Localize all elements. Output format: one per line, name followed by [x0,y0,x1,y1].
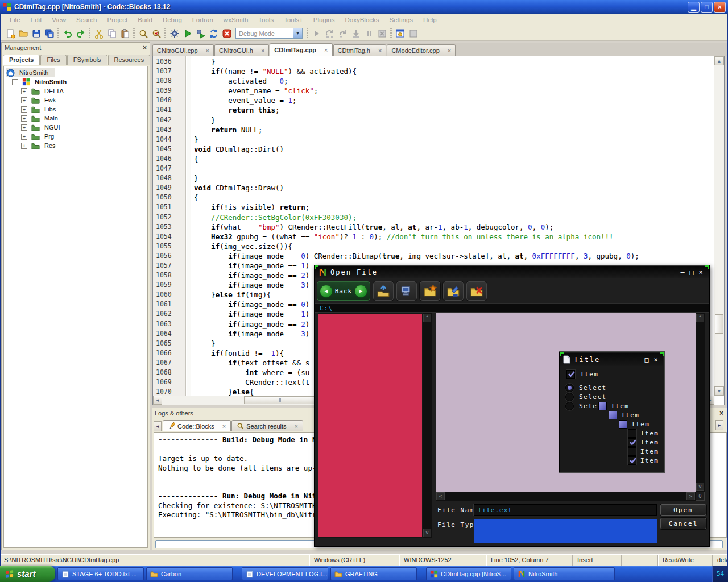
back-button[interactable]: ◀ Back ▶ [317,281,370,301]
square-item-icon[interactable] [598,402,607,410]
paste-icon[interactable] [118,27,131,40]
menu-debug[interactable]: Debug [158,16,187,23]
menu-fortran[interactable]: Fortran [187,16,218,23]
tree-folder-fwk[interactable]: +Fwk [6,95,147,105]
scroll-up-icon[interactable]: ^ [423,314,431,322]
checkbox-icon[interactable] [628,438,636,447]
compiler-target-select[interactable]: Debug Mode▼ [235,28,303,39]
tab-fsymbols[interactable]: FSymbols [67,55,107,65]
taskbar-task-development-log-t[interactable]: DEVELOPMENT LOG.t... [242,567,328,580]
places-scrollbar[interactable]: ^ v [423,313,432,538]
save-all-icon[interactable] [43,27,56,40]
chevron-down-icon[interactable]: ▼ [293,28,302,38]
dialog-maximize-icon[interactable]: □ [687,268,696,276]
taskbar-task-stage-6-todo-txt[interactable]: STAGE 6+ TODO.txt ... [57,567,144,580]
checkbox-icon[interactable] [566,370,575,379]
radio-icon[interactable] [565,393,574,401]
subwindow-row[interactable]: Item [560,420,664,429]
run-to-cursor-icon[interactable] [323,27,336,40]
tab-files[interactable]: Files [40,55,66,65]
editor-tab-cdtmltag-cpp[interactable]: CDtmlTag.cpp× [270,43,332,56]
hscroll-thumb[interactable] [244,396,318,404]
menu-settings[interactable]: Settings [384,16,419,23]
path-bar[interactable]: C:\ [315,303,709,313]
subwindow-row[interactable]: Item [560,447,664,456]
logs-tab-search-results[interactable]: Search results× [231,420,303,431]
editor-tab-cnitrogui-cpp[interactable]: CNitroGUI.cpp× [152,44,214,56]
open-file-icon[interactable] [16,27,30,40]
scroll-up-icon[interactable]: ^ [696,314,704,322]
build-icon[interactable] [168,27,181,40]
undo-icon[interactable] [61,27,74,40]
up-folder-button[interactable] [373,281,394,301]
forward-arrow-icon[interactable]: ▶ [354,285,367,298]
tab-resources[interactable]: Resources [108,55,151,65]
subwindow-row[interactable]: Item [560,370,664,379]
menu-wxsmith[interactable]: wxSmith [218,16,253,23]
management-close-icon[interactable]: × [143,44,147,52]
logs-tab-scroll-right-icon[interactable]: ► [715,420,723,430]
pause-debugger-icon[interactable] [362,27,375,40]
save-icon[interactable] [30,27,43,40]
taskbar-task-grafting[interactable]: GRAFTING [330,567,417,580]
tree-folder-res[interactable]: +Res [6,141,147,150]
copy-icon[interactable] [105,27,118,40]
subwindow-row[interactable]: Select [560,384,664,393]
menu-edit[interactable]: Edit [26,16,47,23]
subwindow-minimize-icon[interactable]: – [633,356,642,364]
step-into-icon[interactable] [349,27,362,40]
close-tab-icon[interactable]: × [295,423,298,430]
build-and-run-icon[interactable] [194,27,207,40]
restore-button[interactable]: □ [701,2,713,13]
scroll-left-icon[interactable]: < [436,492,445,500]
checkbox-icon[interactable] [628,447,636,456]
tree-folder-libs[interactable]: +Libs [6,105,147,114]
file-list-vscrollbar[interactable]: ^ v [696,313,705,492]
new-file-icon[interactable] [3,27,16,40]
close-tab-icon[interactable]: × [324,47,328,53]
logs-close-icon[interactable]: × [719,409,723,417]
expand-icon[interactable]: + [21,106,27,113]
delete-folder-button[interactable] [466,281,487,301]
tab-projects[interactable]: Projects [3,55,40,65]
tree-folder-main[interactable]: +Main [6,114,147,123]
scroll-up-icon[interactable]: ▲ [714,56,724,65]
menu-tools[interactable]: Tools+ [279,16,308,23]
subwindow-row[interactable]: Item [560,438,664,447]
redo-icon[interactable] [74,27,87,40]
dialog-titlebar[interactable]: Open File – □ × [315,266,709,278]
close-tab-icon[interactable]: × [261,47,264,54]
find-icon[interactable] [136,27,150,40]
checkbox-icon[interactable] [628,456,636,465]
subwindow-titlebar[interactable]: Title – □ × [560,353,663,366]
run-icon[interactable] [181,27,194,40]
menu-doxyblocks[interactable]: DoxyBlocks [340,16,384,23]
close-tab-icon[interactable]: × [206,47,209,54]
menu-build[interactable]: Build [133,16,158,23]
tree-folder-ngui[interactable]: +NGUI [6,123,147,132]
expand-icon[interactable]: + [21,143,27,149]
close-tab-icon[interactable]: × [448,47,451,54]
file-list-hscrollbar[interactable]: < > [436,492,696,501]
expand-icon[interactable]: + [21,97,27,103]
menu-tools[interactable]: Tools [253,16,279,23]
taskbar-task-carbon[interactable]: Carbon [146,567,233,580]
scroll-right-icon[interactable]: > [686,492,695,500]
expand-icon[interactable]: + [21,115,27,122]
abort-build-icon[interactable] [220,27,233,40]
square-item-icon[interactable] [619,420,627,429]
subwindow-row[interactable]: Select [560,393,664,402]
taskbar-task-nitrosmith[interactable]: NitroSmith [514,567,615,580]
next-line-icon[interactable] [336,27,349,40]
edit-folder-button[interactable] [443,281,464,301]
file-name-input[interactable]: file.ext [474,504,657,516]
subwindow-row[interactable]: Item [560,429,664,438]
subwindow-row[interactable]: Item [560,456,664,465]
debug-continue-icon[interactable] [310,27,323,40]
close-tab-icon[interactable]: × [222,423,226,430]
start-button[interactable]: start [0,566,55,582]
menu-help[interactable]: Help [418,16,442,23]
subwindow-row[interactable]: SelectItem [560,402,664,411]
radio-icon[interactable] [565,384,574,392]
editor-vertical-scrollbar[interactable]: ▲ ▼ [714,56,724,396]
